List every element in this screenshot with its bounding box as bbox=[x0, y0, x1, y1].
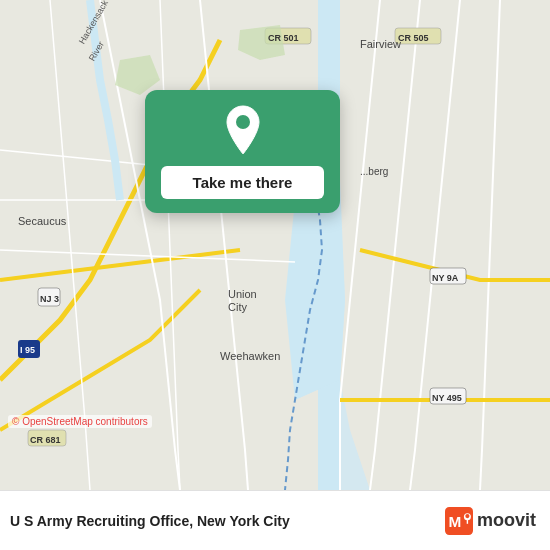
moovit-brand-text: moovit bbox=[477, 510, 536, 531]
svg-text:I 95: I 95 bbox=[20, 345, 35, 355]
osm-attribution-text: © OpenStreetMap contributors bbox=[12, 416, 148, 427]
location-pin-icon bbox=[221, 104, 265, 156]
svg-text:City: City bbox=[228, 301, 247, 313]
moovit-logo: M moovit bbox=[445, 507, 536, 535]
location-info: U S Army Recruiting Office, New York Cit… bbox=[10, 513, 290, 529]
svg-text:Weehawken: Weehawken bbox=[220, 350, 280, 362]
popup-card: Take me there bbox=[145, 90, 340, 213]
svg-text:Secaucus: Secaucus bbox=[18, 215, 67, 227]
svg-point-29 bbox=[236, 115, 250, 129]
svg-text:Fairview: Fairview bbox=[360, 38, 401, 50]
svg-text:Union: Union bbox=[228, 288, 257, 300]
pin-icon-wrapper bbox=[217, 104, 269, 156]
bottom-bar: U S Army Recruiting Office, New York Cit… bbox=[0, 490, 550, 550]
location-name: U S Army Recruiting Office, New York Cit… bbox=[10, 513, 290, 529]
svg-text:...berg: ...berg bbox=[360, 166, 388, 177]
svg-text:M: M bbox=[448, 512, 461, 529]
svg-text:NY 9A: NY 9A bbox=[432, 273, 459, 283]
svg-point-33 bbox=[465, 514, 469, 518]
osm-attribution: © OpenStreetMap contributors bbox=[8, 415, 152, 428]
svg-text:CR 501: CR 501 bbox=[268, 33, 299, 43]
svg-text:CR 681: CR 681 bbox=[30, 435, 61, 445]
svg-marker-2 bbox=[338, 0, 550, 490]
svg-text:NY 495: NY 495 bbox=[432, 393, 462, 403]
take-me-there-button[interactable]: Take me there bbox=[161, 166, 324, 199]
svg-text:NJ 3: NJ 3 bbox=[40, 294, 59, 304]
svg-text:CR 505: CR 505 bbox=[398, 33, 429, 43]
map-container: CR 501 CR 505 I 95 NJ 3 CR 681 NY 9A NY … bbox=[0, 0, 550, 490]
moovit-brand-icon: M bbox=[445, 507, 473, 535]
